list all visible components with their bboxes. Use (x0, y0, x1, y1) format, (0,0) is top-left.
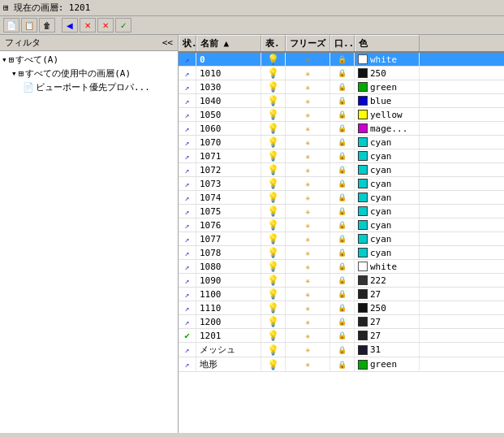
btn4[interactable]: ◀ (62, 18, 78, 32)
cell-visible[interactable]: 💡 (261, 191, 286, 204)
cell-visible[interactable]: 💡 (261, 67, 286, 80)
cell-color[interactable]: white (355, 53, 420, 66)
table-row[interactable]: ↗1076💡✳🔒cyan (179, 218, 504, 232)
cell-visible[interactable]: 💡 (261, 122, 286, 135)
cell-color[interactable]: cyan (355, 191, 420, 204)
cell-freeze[interactable]: ✳ (286, 260, 330, 273)
tree-item-vp[interactable]: 📄 ビューポート優先プロパ... (2, 80, 176, 94)
cell-lock[interactable]: 🔒 (330, 163, 355, 176)
cell-lock[interactable]: 🔒 (330, 260, 355, 273)
cell-visible[interactable]: 💡 (261, 94, 286, 107)
cell-freeze[interactable]: ✳ (286, 94, 330, 107)
cell-color[interactable]: 250 (355, 67, 420, 80)
cell-visible[interactable]: 💡 (261, 163, 286, 176)
cell-visible[interactable]: 💡 (261, 343, 286, 357)
cell-color[interactable]: green (355, 80, 420, 93)
cell-freeze[interactable]: ✳ (286, 329, 330, 342)
cell-color[interactable]: cyan (355, 218, 420, 231)
cell-freeze[interactable]: ✳ (286, 343, 330, 357)
cell-lock[interactable]: 🔒 (330, 122, 355, 135)
cell-lock[interactable]: 🔒 (330, 274, 355, 287)
cell-color[interactable]: 250 (355, 301, 420, 314)
cell-visible[interactable]: 💡 (261, 315, 286, 328)
btn5[interactable]: ✕ (80, 18, 96, 32)
cell-color[interactable]: blue (355, 94, 420, 107)
cell-freeze[interactable]: ✳ (286, 163, 330, 176)
cell-lock[interactable]: 🔒 (330, 136, 355, 149)
cell-lock[interactable]: 🔒 (330, 149, 355, 162)
table-row[interactable]: ✔1201💡✳🔒27 (179, 329, 504, 343)
cell-freeze[interactable]: ✳ (286, 80, 330, 93)
tree-item-used[interactable]: ▾ ⊞ すべての使用中の画層(A) (2, 67, 176, 80)
cell-freeze[interactable]: ✳ (286, 274, 330, 287)
cell-freeze[interactable]: ✳ (286, 301, 330, 314)
cell-color[interactable]: cyan (355, 177, 420, 190)
cell-freeze[interactable]: ✳ (286, 205, 330, 218)
table-row[interactable]: ↗メッシュ💡✳🔒31 (179, 343, 504, 357)
new-layer-vp-button[interactable]: 📋 (21, 18, 37, 32)
cell-visible[interactable]: 💡 (261, 329, 286, 342)
cell-lock[interactable]: 🔒 (330, 53, 355, 66)
cell-freeze[interactable]: ✳ (286, 218, 330, 231)
cell-lock[interactable]: 🔒 (330, 67, 355, 80)
table-row[interactable]: ↗1071💡✳🔒cyan (179, 149, 504, 163)
cell-freeze[interactable]: ✳ (286, 177, 330, 190)
cell-lock[interactable]: 🔒 (330, 80, 355, 93)
cell-freeze[interactable]: ✳ (286, 136, 330, 149)
cell-lock[interactable]: 🔒 (330, 191, 355, 204)
cell-lock[interactable]: 🔒 (330, 343, 355, 357)
cell-color[interactable]: 31 (355, 343, 420, 357)
cell-freeze[interactable]: ✳ (286, 53, 330, 66)
cell-color[interactable]: cyan (355, 149, 420, 162)
cell-color[interactable]: mage... (355, 122, 420, 135)
cell-lock[interactable]: 🔒 (330, 288, 355, 301)
cell-freeze[interactable]: ✳ (286, 246, 330, 259)
cell-color[interactable]: 27 (355, 288, 420, 301)
new-layer-button[interactable]: 📄 (3, 18, 19, 32)
cell-lock[interactable]: 🔒 (330, 315, 355, 328)
cell-visible[interactable]: 💡 (261, 205, 286, 218)
cell-freeze[interactable]: ✳ (286, 67, 330, 80)
cell-lock[interactable]: 🔒 (330, 218, 355, 231)
cell-freeze[interactable]: ✳ (286, 122, 330, 135)
cell-freeze[interactable]: ✳ (286, 288, 330, 301)
btn6[interactable]: ✕ (97, 18, 114, 32)
cell-visible[interactable]: 💡 (261, 274, 286, 287)
table-row[interactable]: ↗1070💡✳🔒cyan (179, 136, 504, 149)
table-row[interactable]: ↗1010💡✳🔒250 (179, 67, 504, 80)
cell-visible[interactable]: 💡 (261, 246, 286, 259)
cell-lock[interactable]: 🔒 (330, 357, 355, 371)
cell-freeze[interactable]: ✳ (286, 191, 330, 204)
cell-color[interactable]: cyan (355, 246, 420, 259)
cell-lock[interactable]: 🔒 (330, 246, 355, 259)
cell-visible[interactable]: 💡 (261, 232, 286, 245)
cell-color[interactable]: white (355, 260, 420, 273)
cell-color[interactable]: cyan (355, 163, 420, 176)
cell-color[interactable]: cyan (355, 232, 420, 245)
table-row[interactable]: ↗1080💡✳🔒white (179, 260, 504, 274)
cell-visible[interactable]: 💡 (261, 288, 286, 301)
table-row[interactable]: ↗1072💡✳🔒cyan (179, 163, 504, 177)
cell-visible[interactable]: 💡 (261, 80, 286, 93)
table-row[interactable]: ↗地形💡✳🔒green (179, 357, 504, 372)
cell-visible[interactable]: 💡 (261, 218, 286, 231)
table-row[interactable]: ↗1100💡✳🔒27 (179, 288, 504, 301)
cell-freeze[interactable]: ✳ (286, 232, 330, 245)
cell-freeze[interactable]: ✳ (286, 149, 330, 162)
table-row[interactable]: ↗1090💡✳🔒222 (179, 274, 504, 288)
table-row[interactable]: ↗1077💡✳🔒cyan (179, 232, 504, 246)
cell-freeze[interactable]: ✳ (286, 108, 330, 121)
filter-collapse-icon[interactable]: << (162, 37, 173, 48)
delete-layer-button[interactable]: 🗑 (39, 18, 55, 32)
cell-lock[interactable]: 🔒 (330, 232, 355, 245)
table-row[interactable]: ↗0💡✳🔒white (179, 53, 504, 67)
cell-color[interactable]: 222 (355, 274, 420, 287)
cell-visible[interactable]: 💡 (261, 53, 286, 66)
table-row[interactable]: ↗1110💡✳🔒250 (179, 301, 504, 315)
table-row[interactable]: ↗1060💡✳🔒mage... (179, 122, 504, 136)
cell-color[interactable]: green (355, 357, 420, 371)
cell-visible[interactable]: 💡 (261, 108, 286, 121)
cell-visible[interactable]: 💡 (261, 260, 286, 273)
table-row[interactable]: ↗1073💡✳🔒cyan (179, 177, 504, 191)
table-row[interactable]: ↗1075💡✳🔒cyan (179, 205, 504, 218)
